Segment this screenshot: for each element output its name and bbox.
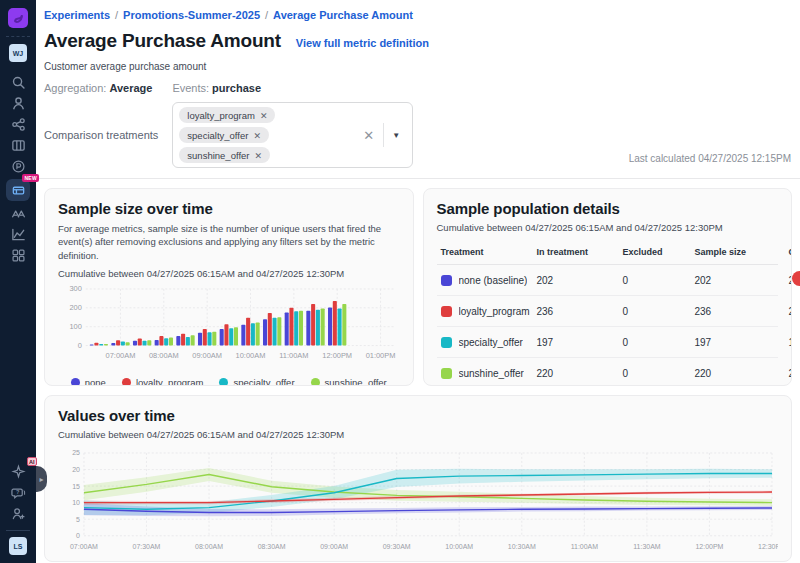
table-row: none (baseline)2020202202 — [437, 265, 779, 296]
svg-text:10:00AM: 10:00AM — [445, 543, 473, 550]
svg-text:12:00PM: 12:00PM — [322, 351, 352, 360]
table-cell: 0 — [623, 337, 695, 348]
table-cell: 0 — [623, 275, 695, 286]
feature-gates-columns-icon[interactable] — [7, 135, 29, 156]
svg-text:0: 0 — [76, 532, 80, 539]
svg-text:20: 20 — [72, 466, 80, 473]
svg-text:10:30AM: 10:30AM — [508, 543, 536, 550]
insights-chart-icon[interactable] — [7, 224, 29, 245]
legend-item[interactable]: loyalty_program — [122, 377, 204, 386]
search-icon[interactable] — [7, 72, 29, 93]
treatment-name: loyalty_program — [459, 306, 530, 317]
svg-text:11:00AM: 11:00AM — [571, 543, 599, 550]
legend-label: specialty_offer — [233, 377, 294, 386]
cumulative-range-text: Cumulative between 04/27/2025 06:15AM an… — [437, 222, 779, 233]
chip-remove-icon[interactable]: ✕ — [260, 111, 268, 121]
svg-text:0: 0 — [78, 341, 82, 350]
invite-user-icon[interactable] — [7, 503, 29, 524]
ai-badge: AI — [27, 457, 38, 466]
svg-text:200: 200 — [69, 303, 81, 312]
breadcrumb-link[interactable]: Experiments — [44, 9, 110, 21]
table-cell: 236 — [537, 306, 623, 317]
users-icon[interactable] — [7, 93, 29, 114]
svg-text:15: 15 — [72, 483, 80, 490]
card-title: Sample size over time — [58, 200, 400, 217]
svg-text:08:30AM: 08:30AM — [258, 543, 286, 550]
user-avatar[interactable]: LS — [9, 537, 27, 555]
table-cell: 220 — [537, 368, 623, 379]
treatment-color-swatch — [441, 337, 452, 348]
sample-size-description: For average metrics, sample size is the … — [58, 222, 400, 262]
svg-text:100: 100 — [69, 322, 81, 331]
sample-size-card: Sample size over time For average metric… — [44, 188, 414, 386]
treatment-color-swatch — [441, 275, 452, 286]
legend-dot — [71, 378, 80, 386]
svg-text:10:00AM: 10:00AM — [236, 351, 266, 360]
table-row: loyalty_program2360236236 — [437, 296, 779, 327]
treatment-chip[interactable]: sunshine_offer✕ — [179, 147, 270, 163]
breadcrumb-link[interactable]: Average Purchase Amount — [273, 9, 413, 21]
last-calculated-text: Last calculated 04/27/2025 12:15PM — [629, 153, 791, 164]
svg-text:10: 10 — [72, 499, 80, 506]
legend-dot — [122, 378, 131, 386]
ai-assistant-icon[interactable]: AI — [7, 461, 29, 482]
chip-remove-icon[interactable]: ✕ — [253, 131, 261, 141]
app-window: WJ NEW AI — [0, 0, 800, 563]
bar-chart-legend: noneloyalty_programspecialty_offersunshi… — [58, 377, 400, 386]
metrics-active-icon[interactable]: NEW — [6, 179, 30, 201]
treatment-chip[interactable]: specialty_offer✕ — [179, 127, 269, 143]
table-cell: 220 — [789, 368, 793, 379]
view-metric-definition-link[interactable]: View full metric definition — [296, 37, 429, 49]
page-title: Average Purchase Amount — [44, 30, 281, 52]
chevron-down-icon[interactable]: ▼ — [392, 131, 400, 140]
legend-item[interactable]: specialty_offer — [219, 377, 294, 386]
legend-dot — [219, 378, 228, 386]
cumulative-range-text: Cumulative between 04/27/2025 06:15AM an… — [58, 268, 400, 279]
table-header-cell: Sample size — [695, 247, 789, 257]
treatment-color-swatch — [441, 368, 452, 379]
sample-size-bar-chart[interactable]: 07:00AM08:00AM09:00AM10:00AM11:00AM12:00… — [58, 283, 400, 376]
table-header-cell: In treatment — [537, 247, 623, 257]
svg-text:11:30AM: 11:30AM — [633, 543, 661, 550]
breadcrumb: Experiments/Promotions-Summer-2025/Avera… — [44, 9, 792, 21]
notification-dot[interactable] — [792, 271, 800, 286]
metric-subtitle: Customer average purchase amount — [44, 61, 792, 72]
legend-item[interactable]: none — [71, 377, 106, 386]
svg-text:08:00AM: 08:00AM — [195, 543, 223, 550]
legend-label: none — [85, 377, 106, 386]
clear-all-icon[interactable]: ✕ — [363, 129, 374, 142]
sidebar: WJ NEW AI — [0, 0, 36, 563]
cards-area: Sample size over time For average metric… — [36, 179, 800, 563]
help-chat-icon[interactable]: ? — [7, 482, 29, 503]
treatment-chip[interactable]: loyalty_program✕ — [179, 107, 275, 123]
experiments-nodes-icon[interactable] — [7, 114, 29, 135]
workspace-avatar[interactable]: WJ — [9, 44, 27, 62]
main-content: Experiments/Promotions-Summer-2025/Avera… — [36, 0, 800, 563]
table-cell: 197 — [695, 337, 789, 348]
svg-text:09:00AM: 09:00AM — [320, 543, 348, 550]
sidebar-divider — [6, 36, 30, 37]
chip-remove-icon[interactable]: ✕ — [254, 151, 262, 161]
apps-grid-icon[interactable] — [7, 245, 29, 266]
svg-text:09:00AM: 09:00AM — [192, 351, 222, 360]
legend-item[interactable]: sunshine_offer — [311, 377, 387, 386]
treatments-multiselect[interactable]: loyalty_program✕specialty_offer✕sunshine… — [172, 102, 413, 168]
values-line-chart[interactable]: 07:00AM07:30AM08:00AM08:30AM09:00AM09:30… — [58, 446, 778, 562]
svg-text:?: ? — [16, 489, 20, 495]
table-cell: 220 — [695, 368, 789, 379]
table-header-row: TreatmentIn treatmentExcludedSample size… — [437, 242, 779, 265]
legend-dot — [311, 378, 320, 386]
svg-text:300: 300 — [69, 284, 81, 293]
holdouts-peaks-icon[interactable] — [7, 203, 29, 224]
breadcrumb-separator: / — [265, 9, 268, 21]
treatment-name: specialty_offer — [459, 337, 523, 348]
aggregation-value: Average — [109, 82, 152, 94]
svg-text:12:30PM: 12:30PM — [758, 543, 778, 550]
comparison-treatments-label: Comparison treatments — [44, 129, 158, 141]
breadcrumb-link[interactable]: Promotions-Summer-2025 — [123, 9, 260, 21]
table-cell: 236 — [695, 306, 789, 317]
statsig-logo-icon[interactable] — [8, 8, 28, 28]
table-cell: 202 — [537, 275, 623, 286]
table-cell: 236 — [789, 306, 793, 317]
svg-text:01:00PM: 01:00PM — [366, 351, 396, 360]
